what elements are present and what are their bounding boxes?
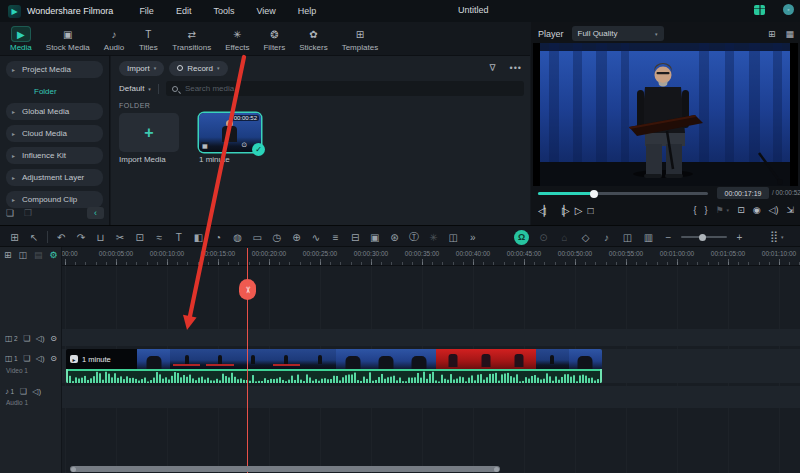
tab-filters[interactable]: ❂Filters bbox=[263, 22, 285, 52]
stop-button[interactable]: □ bbox=[587, 205, 591, 216]
auto-ripple-toggle-icon[interactable]: Ω bbox=[514, 230, 529, 245]
category-dropdown[interactable]: Default▾ bbox=[119, 84, 151, 93]
timeline-ruler[interactable]: 00:00:0000:00:05:0000:00:10:0000:00:15:0… bbox=[62, 247, 800, 266]
import-media-tile[interactable]: + bbox=[119, 113, 179, 152]
timer-icon[interactable]: ◷ bbox=[270, 232, 283, 243]
search-input[interactable] bbox=[183, 83, 518, 94]
sidebar-item-global-media[interactable]: ▸Global Media bbox=[6, 103, 103, 120]
menu-view[interactable]: View bbox=[256, 6, 275, 16]
timeline-zoom-slider[interactable] bbox=[681, 236, 727, 238]
volume-button[interactable]: ◁) bbox=[769, 205, 779, 215]
delete-icon[interactable]: ⊔ bbox=[94, 232, 107, 243]
sidebar-item-adjustment-layer[interactable]: ▸Adjustment Layer bbox=[6, 169, 103, 186]
media-clip-thumbnail[interactable]: 00:00:52 ▦ ⊙ ✓ bbox=[199, 113, 261, 152]
previous-frame-button[interactable]: ◁▏ bbox=[538, 205, 549, 216]
tab-stock-media[interactable]: ▣Stock Media bbox=[46, 22, 90, 52]
pointer-tool-icon[interactable]: ↖ bbox=[28, 232, 41, 243]
color-wheel-icon[interactable]: ◍ bbox=[231, 232, 244, 243]
text-tool-icon[interactable]: T bbox=[172, 232, 185, 243]
menu-file[interactable]: File bbox=[139, 6, 154, 16]
fullscreen-button[interactable]: ⇲ bbox=[786, 205, 794, 215]
tab-stickers[interactable]: ✿Stickers bbox=[299, 22, 327, 52]
zoom-in-icon[interactable]: + bbox=[733, 232, 746, 243]
preview-window-icon[interactable]: ▦ bbox=[785, 29, 794, 39]
undo-icon[interactable]: ↶ bbox=[55, 232, 68, 243]
track-options-icon[interactable]: ▤ bbox=[34, 250, 43, 260]
account-icon[interactable]: ◦ bbox=[783, 4, 794, 15]
motion-track-icon[interactable]: ⊕ bbox=[290, 232, 303, 243]
snapshot-button[interactable]: ◉ bbox=[753, 205, 761, 215]
timeline-clip[interactable]: ▸ 1 minute bbox=[66, 349, 602, 383]
tab-transitions[interactable]: ⇄Transitions bbox=[172, 22, 211, 52]
auto-reframe-icon[interactable]: ⊛ bbox=[388, 232, 401, 243]
gift-icon[interactable] bbox=[754, 5, 765, 15]
visibility-eye-icon[interactable]: ⊙ bbox=[50, 354, 57, 363]
adjustment-icon[interactable]: ≡ bbox=[329, 232, 342, 243]
mute-icon[interactable]: ◁) bbox=[36, 334, 45, 343]
mark-in-button[interactable]: { bbox=[694, 205, 697, 215]
more-options-icon[interactable]: ••• bbox=[510, 63, 522, 73]
sidebar-item-cloud-media[interactable]: ▸Cloud Media bbox=[6, 125, 103, 142]
collapse-sidebar-button[interactable]: ‹ bbox=[87, 207, 104, 219]
more-tools-icon[interactable]: » bbox=[466, 232, 479, 243]
text-to-speech-icon[interactable]: Ⓣ bbox=[407, 230, 420, 244]
folder-icon[interactable]: ❏ bbox=[20, 387, 27, 396]
split-icon[interactable]: ✂ bbox=[114, 232, 127, 243]
mirror-screen-button[interactable]: ⊡ bbox=[737, 205, 745, 215]
menu-tools[interactable]: Tools bbox=[213, 6, 234, 16]
import-button[interactable]: Import▾ bbox=[119, 61, 164, 76]
new-folder-icon[interactable]: ❏ bbox=[6, 208, 14, 218]
track-layout-icon[interactable]: ◫ bbox=[19, 250, 28, 260]
speed-icon[interactable]: ◔ bbox=[212, 232, 225, 243]
preview-eye-icon[interactable]: ⊙ bbox=[241, 141, 247, 149]
tab-audio[interactable]: ♪Audio bbox=[104, 22, 124, 52]
mark-out-button[interactable]: } bbox=[705, 205, 708, 215]
layout-switch-icon[interactable]: ⊞ bbox=[768, 29, 776, 39]
keyframe-icon[interactable]: ◇ bbox=[579, 232, 592, 243]
tab-effects[interactable]: ✳Effects bbox=[225, 22, 249, 52]
delete-folder-icon[interactable]: ❐ bbox=[24, 208, 32, 218]
render-preview-icon[interactable]: ◫ bbox=[621, 232, 634, 243]
next-frame-button[interactable]: ▕▷ bbox=[556, 205, 567, 216]
playhead-handle[interactable]: ✂ bbox=[239, 279, 256, 300]
video-preview[interactable] bbox=[533, 43, 798, 186]
snap-toggle-icon[interactable]: ⚙ bbox=[50, 250, 58, 260]
mute-icon[interactable]: ◁) bbox=[36, 354, 45, 363]
menu-edit[interactable]: Edit bbox=[176, 6, 192, 16]
shield-icon[interactable]: ⌂ bbox=[558, 232, 571, 243]
audio-stretch-icon[interactable]: ∿ bbox=[310, 232, 323, 243]
tab-templates[interactable]: ⊞Templates bbox=[342, 22, 378, 52]
workspace-grid-icon[interactable]: ⊞ bbox=[8, 232, 21, 243]
crop-icon[interactable]: ⊡ bbox=[133, 232, 146, 243]
speed-ramp-icon[interactable]: ≈ bbox=[153, 232, 166, 243]
audio-mixer-icon[interactable]: ♪ bbox=[600, 232, 613, 243]
mask-icon[interactable]: ◧ bbox=[192, 232, 205, 243]
quality-dropdown[interactable]: Full Quality▾ bbox=[572, 26, 664, 41]
tab-titles[interactable]: TTitles bbox=[138, 22, 158, 52]
redo-icon[interactable]: ↷ bbox=[74, 232, 87, 243]
mute-icon[interactable]: ◁) bbox=[32, 387, 41, 396]
marker-icon[interactable]: ⊟ bbox=[349, 232, 362, 243]
chroma-key-icon[interactable]: ▭ bbox=[251, 232, 264, 243]
folder-icon[interactable]: ❏ bbox=[23, 334, 30, 343]
zoom-slider-handle[interactable] bbox=[699, 234, 706, 241]
flag-button[interactable]: ⚑ bbox=[716, 205, 724, 215]
visibility-eye-icon[interactable]: ⊙ bbox=[50, 334, 57, 343]
ai-tools-icon[interactable]: ✳ bbox=[427, 232, 440, 243]
sidebar-item-project-media[interactable]: ▸Project Media bbox=[6, 61, 103, 78]
filter-icon[interactable]: ∇ bbox=[490, 63, 496, 73]
sidebar-item-folder-selected[interactable]: Folder bbox=[6, 84, 103, 98]
menu-help[interactable]: Help bbox=[298, 6, 317, 16]
play-button[interactable]: ▷ bbox=[575, 205, 581, 216]
zoom-out-icon[interactable]: − bbox=[662, 232, 675, 243]
tab-media[interactable]: ▶Media bbox=[10, 22, 32, 52]
seek-handle[interactable] bbox=[590, 190, 598, 198]
film-tools-icon[interactable]: ◫ bbox=[447, 232, 460, 243]
record-button[interactable]: Record▾ bbox=[169, 61, 227, 76]
track-manager-button[interactable]: ⣿▾ bbox=[770, 230, 784, 243]
add-track-icon[interactable]: ⊞ bbox=[4, 250, 12, 260]
export-frame-icon[interactable]: ▥ bbox=[642, 232, 655, 243]
folder-icon[interactable]: ❏ bbox=[23, 354, 30, 363]
horizontal-scrollbar[interactable] bbox=[70, 466, 500, 472]
preview-render-icon[interactable]: ⊙ bbox=[537, 232, 550, 243]
